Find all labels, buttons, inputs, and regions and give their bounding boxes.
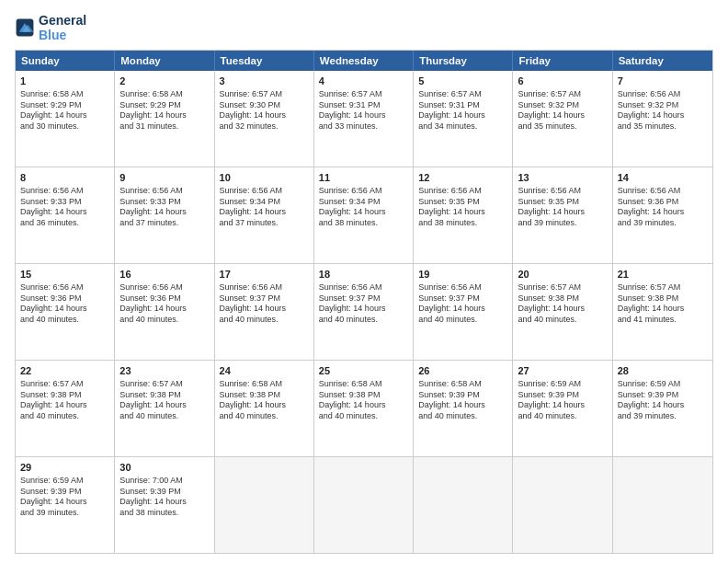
day-number: 5: [418, 75, 507, 88]
header-day-friday: Friday: [513, 51, 612, 71]
header: General Blue: [15, 13, 713, 42]
calendar-cell-day-17: 17Sunrise: 6:56 AM Sunset: 9:37 PM Dayli…: [215, 264, 314, 360]
header-day-saturday: Saturday: [613, 51, 712, 71]
day-details: Sunrise: 6:58 AM Sunset: 9:29 PM Dayligh…: [119, 89, 209, 132]
day-details: Sunrise: 7:00 AM Sunset: 9:39 PM Dayligh…: [119, 476, 209, 519]
day-number: 3: [220, 75, 309, 88]
calendar-cell-empty: [513, 457, 612, 553]
day-number: 15: [20, 268, 109, 282]
day-details: Sunrise: 6:56 AM Sunset: 9:36 PM Dayligh…: [618, 186, 708, 229]
day-number: 17: [220, 268, 309, 282]
calendar-cell-day-22: 22Sunrise: 6:57 AM Sunset: 9:38 PM Dayli…: [16, 361, 115, 456]
calendar-cell-day-27: 27Sunrise: 6:59 AM Sunset: 9:39 PM Dayli…: [513, 361, 612, 456]
calendar-cell-day-16: 16Sunrise: 6:56 AM Sunset: 9:36 PM Dayli…: [115, 264, 214, 360]
day-number: 2: [119, 75, 209, 88]
day-number: 18: [319, 268, 408, 282]
day-number: 28: [618, 364, 708, 378]
calendar-cell-empty: [215, 457, 314, 553]
day-details: Sunrise: 6:56 AM Sunset: 9:36 PM Dayligh…: [119, 282, 209, 326]
day-number: 21: [618, 268, 708, 282]
calendar-cell-day-24: 24Sunrise: 6:58 AM Sunset: 9:38 PM Dayli…: [215, 361, 314, 456]
day-details: Sunrise: 6:56 AM Sunset: 9:35 PM Dayligh…: [518, 186, 607, 229]
calendar-cell-day-29: 29Sunrise: 6:59 AM Sunset: 9:39 PM Dayli…: [16, 457, 115, 553]
day-number: 12: [418, 171, 507, 185]
day-details: Sunrise: 6:56 AM Sunset: 9:35 PM Dayligh…: [418, 186, 507, 229]
calendar-cell-day-15: 15Sunrise: 6:56 AM Sunset: 9:36 PM Dayli…: [16, 264, 115, 360]
calendar-body: 1Sunrise: 6:58 AM Sunset: 9:29 PM Daylig…: [16, 71, 712, 553]
day-number: 9: [119, 171, 209, 185]
day-details: Sunrise: 6:57 AM Sunset: 9:30 PM Dayligh…: [220, 89, 309, 132]
day-details: Sunrise: 6:56 AM Sunset: 9:34 PM Dayligh…: [220, 186, 309, 229]
day-number: 30: [119, 461, 209, 475]
calendar-cell-day-13: 13Sunrise: 6:56 AM Sunset: 9:35 PM Dayli…: [513, 167, 612, 263]
day-number: 19: [418, 268, 507, 282]
calendar-page: General Blue SundayMondayTuesdayWednesda…: [0, 0, 728, 563]
day-details: Sunrise: 6:59 AM Sunset: 9:39 PM Dayligh…: [518, 379, 607, 422]
header-day-thursday: Thursday: [414, 51, 513, 71]
calendar-cell-empty: [613, 457, 712, 553]
day-number: 13: [518, 171, 607, 185]
calendar-cell-day-11: 11Sunrise: 6:56 AM Sunset: 9:34 PM Dayli…: [314, 167, 414, 263]
day-number: 23: [119, 364, 209, 378]
calendar-cell-empty: [414, 457, 513, 553]
header-day-sunday: Sunday: [16, 51, 115, 71]
calendar-cell-day-7: 7Sunrise: 6:56 AM Sunset: 9:32 PM Daylig…: [613, 71, 712, 167]
day-details: Sunrise: 6:56 AM Sunset: 9:36 PM Dayligh…: [20, 282, 109, 326]
day-number: 1: [20, 75, 109, 88]
day-details: Sunrise: 6:56 AM Sunset: 9:33 PM Dayligh…: [119, 186, 209, 229]
header-day-monday: Monday: [115, 51, 214, 71]
day-details: Sunrise: 6:57 AM Sunset: 9:31 PM Dayligh…: [319, 89, 408, 132]
calendar: SundayMondayTuesdayWednesdayThursdayFrid…: [15, 50, 713, 554]
calendar-row-5: 29Sunrise: 6:59 AM Sunset: 9:39 PM Dayli…: [16, 457, 712, 553]
calendar-cell-day-3: 3Sunrise: 6:57 AM Sunset: 9:30 PM Daylig…: [215, 71, 314, 167]
day-number: 27: [518, 364, 607, 378]
calendar-cell-day-8: 8Sunrise: 6:56 AM Sunset: 9:33 PM Daylig…: [16, 167, 115, 263]
day-details: Sunrise: 6:57 AM Sunset: 9:38 PM Dayligh…: [618, 282, 708, 326]
day-details: Sunrise: 6:56 AM Sunset: 9:37 PM Dayligh…: [418, 282, 507, 326]
day-details: Sunrise: 6:56 AM Sunset: 9:33 PM Dayligh…: [20, 186, 109, 229]
day-details: Sunrise: 6:56 AM Sunset: 9:37 PM Dayligh…: [319, 282, 408, 326]
day-number: 7: [618, 75, 708, 88]
calendar-cell-day-20: 20Sunrise: 6:57 AM Sunset: 9:38 PM Dayli…: [513, 264, 612, 360]
day-number: 24: [220, 364, 309, 378]
calendar-cell-day-23: 23Sunrise: 6:57 AM Sunset: 9:38 PM Dayli…: [115, 361, 214, 456]
day-details: Sunrise: 6:58 AM Sunset: 9:39 PM Dayligh…: [418, 379, 507, 422]
calendar-cell-day-5: 5Sunrise: 6:57 AM Sunset: 9:31 PM Daylig…: [414, 71, 513, 167]
calendar-row-1: 1Sunrise: 6:58 AM Sunset: 9:29 PM Daylig…: [16, 71, 712, 167]
calendar-cell-day-6: 6Sunrise: 6:57 AM Sunset: 9:32 PM Daylig…: [513, 71, 612, 167]
calendar-cell-day-19: 19Sunrise: 6:56 AM Sunset: 9:37 PM Dayli…: [414, 264, 513, 360]
day-details: Sunrise: 6:57 AM Sunset: 9:38 PM Dayligh…: [119, 379, 209, 422]
day-details: Sunrise: 6:59 AM Sunset: 9:39 PM Dayligh…: [20, 476, 109, 519]
day-number: 20: [518, 268, 607, 282]
day-number: 11: [319, 171, 408, 185]
day-number: 25: [319, 364, 408, 378]
calendar-header: SundayMondayTuesdayWednesdayThursdayFrid…: [16, 51, 712, 71]
calendar-cell-day-26: 26Sunrise: 6:58 AM Sunset: 9:39 PM Dayli…: [414, 361, 513, 456]
header-day-wednesday: Wednesday: [314, 51, 414, 71]
day-details: Sunrise: 6:56 AM Sunset: 9:32 PM Dayligh…: [618, 89, 708, 132]
calendar-cell-day-9: 9Sunrise: 6:56 AM Sunset: 9:33 PM Daylig…: [115, 167, 214, 263]
calendar-cell-day-28: 28Sunrise: 6:59 AM Sunset: 9:39 PM Dayli…: [613, 361, 712, 456]
calendar-cell-day-14: 14Sunrise: 6:56 AM Sunset: 9:36 PM Dayli…: [613, 167, 712, 263]
day-details: Sunrise: 6:57 AM Sunset: 9:31 PM Dayligh…: [418, 89, 507, 132]
day-details: Sunrise: 6:59 AM Sunset: 9:39 PM Dayligh…: [618, 379, 708, 422]
calendar-cell-day-4: 4Sunrise: 6:57 AM Sunset: 9:31 PM Daylig…: [314, 71, 414, 167]
day-number: 14: [618, 171, 708, 185]
day-details: Sunrise: 6:57 AM Sunset: 9:32 PM Dayligh…: [518, 89, 607, 132]
calendar-cell-day-30: 30Sunrise: 7:00 AM Sunset: 9:39 PM Dayli…: [115, 457, 214, 553]
calendar-row-4: 22Sunrise: 6:57 AM Sunset: 9:38 PM Dayli…: [16, 361, 712, 457]
day-number: 16: [119, 268, 209, 282]
day-details: Sunrise: 6:56 AM Sunset: 9:34 PM Dayligh…: [319, 186, 408, 229]
day-number: 10: [220, 171, 309, 185]
day-number: 8: [20, 171, 109, 185]
day-number: 26: [418, 364, 507, 378]
calendar-cell-day-18: 18Sunrise: 6:56 AM Sunset: 9:37 PM Dayli…: [314, 264, 414, 360]
day-details: Sunrise: 6:56 AM Sunset: 9:37 PM Dayligh…: [220, 282, 309, 326]
day-details: Sunrise: 6:58 AM Sunset: 9:38 PM Dayligh…: [319, 379, 408, 422]
calendar-cell-day-25: 25Sunrise: 6:58 AM Sunset: 9:38 PM Dayli…: [314, 361, 414, 456]
calendar-cell-day-21: 21Sunrise: 6:57 AM Sunset: 9:38 PM Dayli…: [613, 264, 712, 360]
calendar-cell-day-12: 12Sunrise: 6:56 AM Sunset: 9:35 PM Dayli…: [414, 167, 513, 263]
day-number: 4: [319, 75, 408, 88]
calendar-cell-day-10: 10Sunrise: 6:56 AM Sunset: 9:34 PM Dayli…: [215, 167, 314, 263]
calendar-row-2: 8Sunrise: 6:56 AM Sunset: 9:33 PM Daylig…: [16, 167, 712, 264]
